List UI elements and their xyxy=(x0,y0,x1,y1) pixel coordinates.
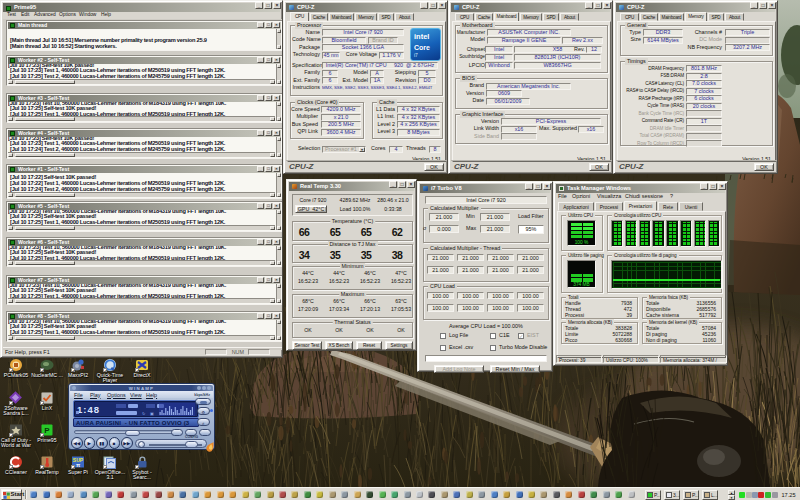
svg-text:P: P xyxy=(44,426,50,435)
